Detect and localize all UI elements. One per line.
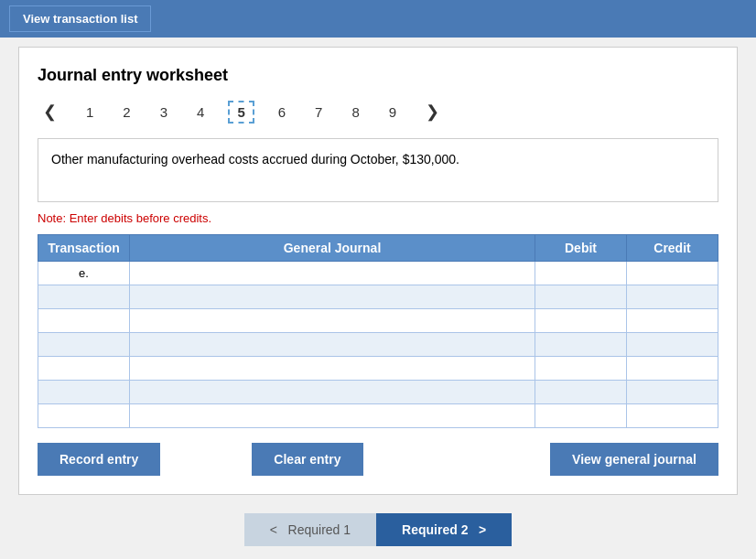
- table-row: [38, 333, 718, 357]
- required2-button[interactable]: Required 2 >: [376, 513, 512, 546]
- journal-input-3[interactable]: [130, 309, 535, 332]
- next-page-button[interactable]: ❯: [420, 100, 445, 124]
- journal-input-6[interactable]: [130, 381, 535, 403]
- credit-input-1[interactable]: [627, 262, 718, 285]
- page-8[interactable]: 8: [346, 102, 364, 122]
- debit-cell-7[interactable]: [535, 404, 627, 428]
- credit-cell-5[interactable]: [627, 357, 718, 381]
- transaction-cell-4: [38, 333, 130, 357]
- debit-cell-5[interactable]: [535, 357, 627, 381]
- credit-input-2[interactable]: [627, 285, 718, 308]
- table-row: [38, 404, 718, 428]
- table-row: [38, 309, 718, 333]
- page-5[interactable]: 5: [228, 101, 254, 124]
- journal-cell-7[interactable]: [130, 404, 535, 428]
- debit-input-6[interactable]: [535, 381, 626, 403]
- credit-input-5[interactable]: [627, 357, 718, 380]
- page-1[interactable]: 1: [81, 102, 99, 122]
- bottom-navigation: < Required 1 Required 2 >: [0, 513, 756, 546]
- journal-input-4[interactable]: [130, 333, 535, 356]
- transaction-cell-6: [38, 381, 130, 404]
- journal-input-1[interactable]: [130, 262, 535, 285]
- worksheet-title: Journal entry worksheet: [38, 66, 718, 85]
- credit-cell-7[interactable]: [627, 404, 718, 428]
- credit-input-3[interactable]: [627, 309, 718, 332]
- col-header-transaction: Transaction: [38, 235, 130, 262]
- journal-input-7[interactable]: [130, 404, 535, 427]
- view-transaction-list-button[interactable]: View transaction list: [9, 5, 151, 32]
- credit-cell-4[interactable]: [627, 333, 718, 357]
- journal-cell-1[interactable]: [130, 262, 535, 285]
- journal-cell-6[interactable]: [130, 381, 535, 404]
- transaction-label: e.: [38, 262, 130, 285]
- debit-cell-1[interactable]: [535, 262, 627, 285]
- col-header-debit: Debit: [535, 235, 627, 262]
- journal-cell-4[interactable]: [130, 333, 535, 357]
- scenario-description: Other manufacturing overhead costs accru…: [38, 138, 718, 202]
- page-4[interactable]: 4: [191, 102, 210, 122]
- debit-input-5[interactable]: [535, 357, 626, 380]
- note-text: Note: Enter debits before credits.: [38, 211, 718, 225]
- transaction-cell-3: [38, 309, 130, 333]
- col-header-credit: Credit: [627, 235, 718, 262]
- pagination: ❮ 1 2 3 4 5 6 7 8 9 ❯: [38, 100, 718, 124]
- chevron-right-icon: >: [479, 522, 486, 537]
- debit-cell-4[interactable]: [535, 333, 627, 357]
- record-entry-button[interactable]: Record entry: [38, 443, 160, 476]
- transaction-cell-5: [38, 357, 130, 381]
- credit-input-4[interactable]: [627, 333, 718, 356]
- page-6[interactable]: 6: [273, 102, 291, 122]
- credit-input-6[interactable]: [627, 381, 718, 403]
- journal-cell-5[interactable]: [130, 357, 535, 381]
- journal-cell-2[interactable]: [130, 285, 535, 309]
- credit-input-7[interactable]: [627, 404, 718, 427]
- transaction-cell-7: [38, 404, 130, 428]
- debit-input-3[interactable]: [535, 309, 626, 332]
- credit-cell-1[interactable]: [627, 262, 718, 285]
- credit-cell-2[interactable]: [627, 285, 718, 309]
- journal-input-2[interactable]: [130, 285, 535, 308]
- debit-input-2[interactable]: [535, 285, 626, 308]
- page-2[interactable]: 2: [117, 102, 135, 122]
- action-buttons: Record entry Clear entry View general jo…: [38, 443, 718, 476]
- debit-input-4[interactable]: [535, 333, 626, 356]
- view-general-journal-button[interactable]: View general journal: [550, 443, 718, 476]
- main-panel: Journal entry worksheet ❮ 1 2 3 4 5 6 7 …: [18, 47, 738, 495]
- required1-button[interactable]: < Required 1: [244, 513, 376, 546]
- table-row: e.: [38, 262, 718, 285]
- chevron-left-icon: <: [270, 522, 277, 537]
- journal-input-5[interactable]: [130, 357, 535, 380]
- col-header-journal: General Journal: [130, 235, 535, 262]
- debit-cell-6[interactable]: [535, 381, 627, 404]
- debit-input-1[interactable]: [535, 262, 626, 285]
- table-row: [38, 285, 718, 309]
- transaction-cell-2: [38, 285, 130, 309]
- journal-cell-3[interactable]: [130, 309, 535, 333]
- page-3[interactable]: 3: [155, 102, 173, 122]
- debit-cell-3[interactable]: [535, 309, 627, 333]
- journal-table: Transaction General Journal Debit Credit…: [38, 234, 718, 428]
- prev-page-button[interactable]: ❮: [38, 100, 62, 124]
- page-9[interactable]: 9: [383, 102, 402, 122]
- table-row: [38, 381, 718, 404]
- credit-cell-6[interactable]: [627, 381, 718, 404]
- table-row: [38, 357, 718, 381]
- credit-cell-3[interactable]: [627, 309, 718, 333]
- debit-input-7[interactable]: [535, 404, 626, 427]
- debit-cell-2[interactable]: [535, 285, 627, 309]
- page-7[interactable]: 7: [309, 102, 328, 122]
- clear-entry-button[interactable]: Clear entry: [252, 443, 362, 476]
